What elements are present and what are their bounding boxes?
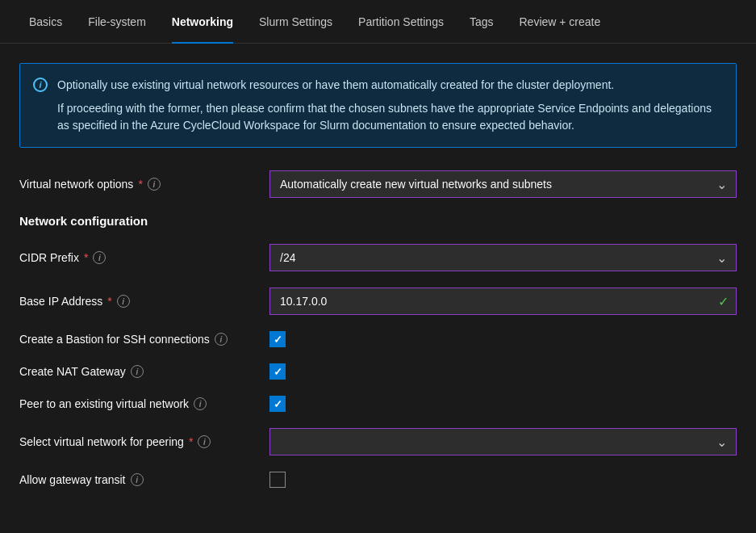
tab-review-create[interactable]: Review + create [507, 0, 614, 44]
bastion-label: Create a Bastion for SSH connections i [19, 333, 269, 346]
nat-gateway-label: Create NAT Gateway i [19, 365, 269, 378]
virtual-network-select[interactable]: Automatically create new virtual network… [269, 170, 737, 198]
tab-filesystem[interactable]: File-system [75, 0, 159, 44]
bastion-info-icon[interactable]: i [215, 333, 228, 346]
base-ip-info-icon[interactable]: i [117, 295, 130, 308]
nat-gateway-checkbox[interactable] [269, 363, 286, 380]
virtual-network-control: Automatically create new virtual network… [269, 170, 737, 198]
base-ip-control: ✓ [269, 287, 737, 315]
gateway-transit-checkbox-container [269, 472, 286, 488]
cidr-prefix-control: /16/20/24/28 [269, 244, 737, 271]
bastion-checkbox-container [269, 331, 286, 347]
info-banner: i Optionally use existing virtual networ… [19, 63, 737, 148]
peering-select[interactable] [269, 428, 737, 455]
tab-networking[interactable]: Networking [159, 0, 246, 44]
nat-checkbox-container [269, 363, 286, 380]
peer-info-icon[interactable]: i [194, 397, 207, 410]
select-peering-row: Select virtual network for peering * i [19, 428, 737, 455]
nat-gateway-row: Create NAT Gateway i [19, 363, 737, 380]
cidr-select-wrapper: /16/20/24/28 [269, 244, 737, 271]
peering-info-icon[interactable]: i [198, 435, 211, 448]
virtual-network-select-wrapper: Automatically create new virtual network… [269, 170, 737, 198]
tab-basics[interactable]: Basics [16, 0, 75, 44]
info-icon: i [33, 78, 48, 92]
tab-slurm[interactable]: Slurm Settings [246, 0, 345, 44]
tab-partition-settings[interactable]: Partition Settings [345, 0, 457, 44]
base-ip-label: Base IP Address * i [19, 295, 269, 308]
network-config-heading: Network configuration [19, 214, 737, 228]
required-star: * [138, 178, 142, 191]
peering-select-wrapper [269, 428, 737, 455]
select-peering-control [269, 428, 737, 455]
gateway-transit-row: Allow gateway transit i [19, 472, 737, 488]
virtual-network-label: Virtual network options * i [19, 178, 269, 191]
base-ip-required-star: * [107, 295, 111, 308]
cidr-prefix-row: CIDR Prefix * i /16/20/24/28 [19, 244, 737, 271]
cidr-info-icon[interactable]: i [93, 251, 106, 264]
cidr-prefix-label: CIDR Prefix * i [19, 251, 269, 264]
info-line2: If proceeding with the former, then plea… [57, 100, 723, 134]
gateway-transit-label: Allow gateway transit i [19, 473, 269, 486]
tab-tags[interactable]: Tags [457, 0, 507, 44]
select-peering-label: Select virtual network for peering * i [19, 435, 269, 448]
peer-checkbox-container [269, 396, 286, 412]
info-banner-text: Optionally use existing virtual network … [57, 77, 723, 134]
top-navigation: Basics File-system Networking Slurm Sett… [0, 0, 756, 44]
gateway-transit-info-icon[interactable]: i [131, 473, 144, 486]
peer-vnet-checkbox[interactable] [269, 396, 286, 412]
base-ip-check-icon: ✓ [718, 294, 729, 309]
bastion-checkbox[interactable] [269, 331, 286, 347]
bastion-row: Create a Bastion for SSH connections i [19, 331, 737, 347]
peer-vnet-row: Peer to an existing virtual network i [19, 396, 737, 412]
virtual-network-row: Virtual network options * i Automaticall… [19, 170, 737, 198]
info-line1: Optionally use existing virtual network … [57, 77, 723, 94]
base-ip-input[interactable] [269, 287, 737, 315]
peering-required-star: * [189, 435, 193, 448]
nat-info-icon[interactable]: i [131, 365, 144, 378]
virtual-network-info-icon[interactable]: i [148, 178, 161, 191]
peer-vnet-label: Peer to an existing virtual network i [19, 397, 269, 410]
cidr-required-star: * [84, 251, 88, 264]
gateway-transit-checkbox[interactable] [269, 472, 286, 488]
cidr-prefix-select[interactable]: /16/20/24/28 [269, 244, 737, 271]
main-content: i Optionally use existing virtual networ… [0, 44, 756, 523]
base-ip-input-wrapper: ✓ [269, 287, 737, 315]
base-ip-row: Base IP Address * i ✓ [19, 287, 737, 315]
